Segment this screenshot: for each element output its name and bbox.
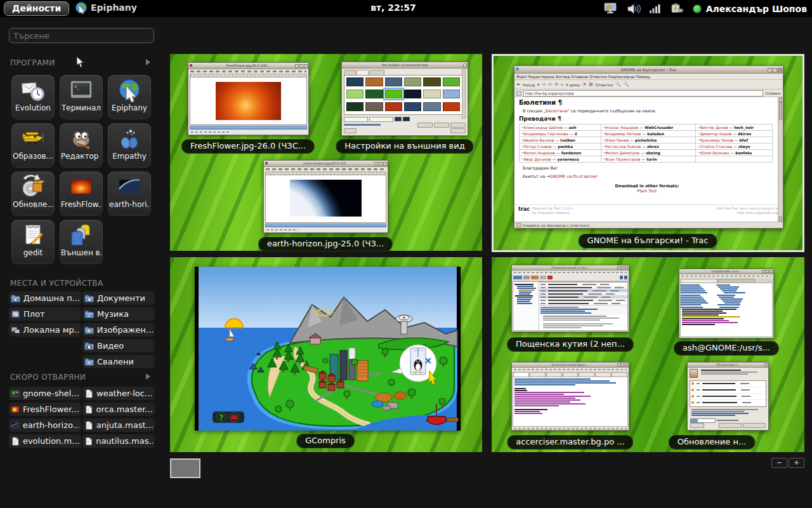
translator-name-link[interactable]: Александър Шопов: [523, 125, 562, 130]
translator-name-link[interactable]: Владимира Гиргинова: [523, 131, 568, 136]
sidebar-item-свалени[interactable]: Свалени: [82, 355, 155, 368]
restore-button[interactable]: [417, 123, 433, 128]
sidebar-item-изображен[interactable]: Изображен...: [82, 323, 155, 337]
translator-name-link[interactable]: Юлия Велкова: [700, 150, 730, 155]
tab[interactable]: [344, 70, 356, 75]
battery-icon[interactable]: [670, 3, 684, 15]
mini-scrollbar[interactable]: [778, 97, 783, 222]
workspace-2-active[interactable]: GNOME на български! - Trac Файл Редактир…: [492, 54, 804, 252]
get-more-backgrounds-link[interactable]: [344, 124, 381, 126]
wallpaper-thumb[interactable]: [404, 90, 421, 98]
home-icon[interactable]: ⌂: [561, 82, 563, 87]
url-input[interactable]: http://fsa-bg.org/project/gtp: [523, 90, 763, 97]
update-row[interactable]: [690, 381, 766, 387]
colors-dropdown[interactable]: [369, 117, 393, 122]
tab[interactable]: [369, 70, 384, 75]
translator-name-link[interactable]: Красимир Чонов: [700, 138, 733, 142]
bookmarks-icon[interactable]: ▤: [589, 82, 593, 87]
translator-name-link[interactable]: Владимир Петков: [605, 131, 641, 136]
translator-name-link[interactable]: Ясен Праматаров: [605, 157, 640, 161]
tab[interactable]: [612, 372, 627, 377]
wallpaper-thumb[interactable]: [443, 102, 460, 111]
help-button[interactable]: [690, 423, 704, 428]
display-settings-icon[interactable]: [604, 3, 618, 15]
wallpaper-thumb[interactable]: [443, 77, 460, 86]
wallpaper-thumb[interactable]: [385, 77, 402, 86]
window-evolution-mail[interactable]: Пощенска кутия (2 неп...: [511, 265, 629, 332]
sidebar-item-orcamaster[interactable]: orca.master....: [82, 403, 155, 416]
zoom-in-button[interactable]: +: [789, 458, 804, 468]
plain-text-link[interactable]: Plain Text: [519, 189, 775, 194]
wallpaper-thumb[interactable]: [365, 77, 383, 86]
window-gcompris[interactable]: ?: [195, 267, 461, 431]
bulletins-link[interactable]: Бюлетини: [546, 109, 568, 114]
app-tile-редактор[interactable]: Редактор ...: [60, 123, 103, 168]
forward-icon[interactable]: ➡: [542, 82, 546, 87]
sidebar-item-документи[interactable]: Документи: [82, 291, 155, 305]
window-terminal[interactable]: ash@GNOME:/usr/s...: [679, 269, 774, 338]
update-row[interactable]: [690, 387, 766, 394]
sidebar-item-nautilusmas[interactable]: nautilus.mas...: [82, 434, 155, 448]
tab[interactable]: [595, 372, 611, 377]
programs-expand-arrow-icon[interactable]: [146, 59, 150, 65]
translator-name-link[interactable]: Ростислав Райков: [605, 144, 641, 149]
network-signal-icon[interactable]: [650, 4, 661, 13]
app-tile-терминал[interactable]: >_Терминал: [60, 75, 103, 119]
sidebar-item-плот[interactable]: Плот: [9, 307, 81, 321]
wallpaper-thumb[interactable]: [385, 102, 402, 111]
sidebar-item-видео[interactable]: Видео: [82, 339, 155, 352]
update-row[interactable]: [690, 400, 766, 406]
wallpaper-thumb[interactable]: [346, 90, 363, 98]
translator-name-link[interactable]: Димитър Киров: [700, 131, 732, 136]
close-button[interactable]: [450, 128, 466, 133]
tab[interactable]: [513, 372, 529, 377]
workspace-3[interactable]: ? GCompris: [170, 257, 482, 452]
sidebar-item-freshflower[interactable]: FreshFlower...: [9, 403, 81, 416]
clock[interactable]: вт, 22:57: [343, 3, 444, 13]
translator-name-link[interactable]: Филип Димитров: [605, 150, 639, 155]
wallpaper-thumb[interactable]: [365, 102, 383, 111]
zoom-in-icon[interactable]: 🔍: [615, 82, 621, 87]
update-row[interactable]: [690, 394, 766, 400]
wallpaper-thumb[interactable]: [404, 77, 421, 86]
sidebar-item-gnomeshel[interactable]: gnome-shel...: [9, 387, 81, 400]
app-tile-gedit[interactable]: gedit: [11, 220, 55, 264]
translator-name-link[interactable]: Филип Андонов: [523, 150, 555, 155]
wallpaper-grid[interactable]: [344, 75, 462, 115]
workspace-indicator[interactable]: [170, 458, 200, 478]
window-appearance-settings[interactable]: Настройки на външния вид: [341, 62, 468, 136]
go-label[interactable]: Отиване: [765, 91, 781, 95]
zoom-out-icon[interactable]: 🔍: [624, 82, 629, 87]
app-tile-обновле[interactable]: Обновле...: [11, 171, 55, 216]
window-update-manager[interactable]: Обновление н...: [687, 362, 769, 431]
wallpaper-thumb[interactable]: [346, 77, 363, 86]
app-menu[interactable]: Epiphany: [75, 1, 137, 14]
app-tile-външенв[interactable]: Външен в...: [60, 220, 103, 264]
wallpaper-thumb[interactable]: [404, 102, 421, 111]
wallpaper-thumb[interactable]: [423, 77, 440, 86]
translator-name-link[interactable]: Илия Пенев: [605, 138, 629, 142]
check-button[interactable]: [719, 423, 742, 428]
zoom-out-button[interactable]: −: [771, 458, 787, 468]
back-icon[interactable]: ⬅: [516, 82, 520, 87]
sidebar-item-локалнамр[interactable]: Локална мр...: [9, 323, 81, 337]
window-epiphany-trac[interactable]: GNOME на български! - Trac Файл Редактир…: [514, 65, 783, 229]
translator-name-link[interactable]: Виктор Дачев: [700, 125, 728, 130]
wallpaper-thumb[interactable]: [385, 90, 402, 98]
recent-expand-arrow-icon[interactable]: [146, 373, 150, 380]
tab[interactable]: [563, 372, 579, 377]
sidebar-item-weatherloc[interactable]: weather-loc...: [82, 387, 155, 400]
volume-icon[interactable]: [627, 3, 641, 15]
tab[interactable]: [546, 372, 562, 377]
add-button[interactable]: [434, 123, 449, 128]
app-tile-earthhori[interactable]: earth-hori...: [108, 171, 151, 216]
app-tile-freshflow[interactable]: FreshFlow...: [60, 171, 103, 216]
window-gedit-po[interactable]: accerciser.master.bg.po ...: [511, 362, 629, 431]
translator-name-link[interactable]: Петър Славов: [523, 144, 551, 149]
style-dropdown[interactable]: [344, 117, 368, 122]
tab[interactable]: [579, 372, 594, 377]
workspace-1[interactable]: FreshFlower.jpg-26.0 (ЧЗС... FreshFlower…: [170, 54, 482, 251]
app-tile-образов[interactable]: Образов...: [11, 123, 55, 168]
sidebar-item-earthhorizo[interactable]: earth-horizo...: [9, 418, 81, 432]
stop-icon[interactable]: ⊘: [548, 82, 552, 87]
